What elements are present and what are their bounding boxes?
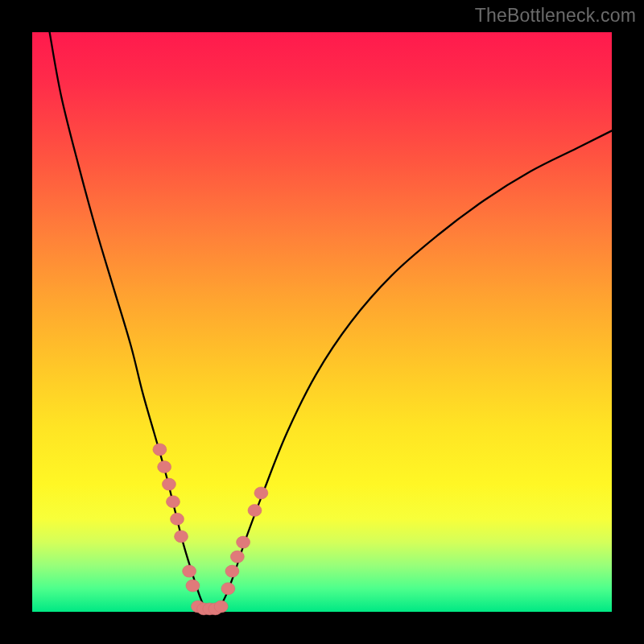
data-dot (153, 444, 167, 456)
data-dot (237, 536, 250, 548)
data-dot (166, 496, 180, 508)
data-dot (248, 505, 262, 517)
data-dot (158, 461, 171, 473)
chart-frame: TheBottleneck.com (0, 0, 644, 644)
plot-area (32, 32, 612, 612)
data-dot (254, 487, 268, 499)
data-dot (162, 478, 175, 490)
data-dot (225, 565, 239, 577)
data-dot (171, 513, 184, 525)
data-dots-group (153, 444, 268, 615)
data-dot (230, 551, 244, 563)
data-dot (183, 565, 196, 577)
right-curve-line (217, 130, 612, 612)
left-curve-line (50, 32, 206, 612)
data-dot (186, 580, 200, 592)
data-dot (214, 601, 228, 613)
watermark-text: TheBottleneck.com (475, 5, 636, 27)
curve-svg (32, 32, 612, 612)
data-dot (175, 530, 188, 543)
data-dot (221, 583, 235, 595)
